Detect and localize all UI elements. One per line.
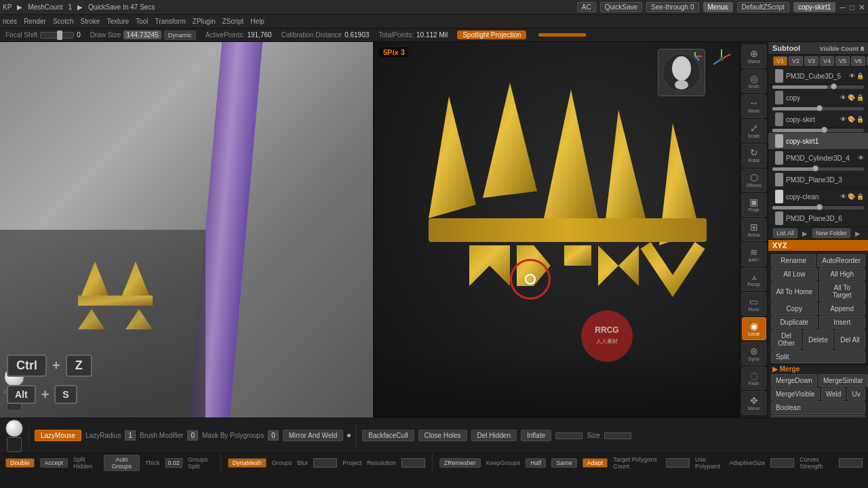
menu-zscript[interactable]: ZScript: [222, 18, 244, 25]
merge-similar-btn[interactable]: MergeSimilar: [818, 374, 868, 387]
inflate-slider[interactable]: [555, 432, 583, 439]
target-polygons-input[interactable]: 5: [666, 458, 690, 468]
mesh-item-pm3d-cyl[interactable]: PM3D_Cylinder3D_4 👁: [768, 150, 868, 167]
quicksave-button[interactable]: QuickSave: [600, 2, 642, 12]
ac-button[interactable]: AC: [577, 2, 596, 12]
same-btn[interactable]: Same: [551, 458, 577, 468]
merge-down-btn[interactable]: MergeDown: [771, 374, 817, 387]
split-btn[interactable]: Split: [771, 350, 865, 363]
close-holes-btn[interactable]: Close Holes: [418, 430, 467, 441]
menu-nces[interactable]: nces: [3, 18, 17, 25]
resolution-input[interactable]: 128: [401, 458, 425, 468]
auto-groups-btn[interactable]: Auto Groups: [104, 455, 140, 471]
rotate-btn[interactable]: ↻ Rotat: [742, 144, 766, 167]
all-low-btn[interactable]: All Low: [771, 268, 818, 281]
new-folder-btn[interactable]: New Folder: [812, 228, 850, 238]
copy-skirt1-button[interactable]: copy-skirt1: [793, 2, 835, 12]
adaptive-size-input[interactable]: 50: [770, 458, 794, 468]
mesh-item-pm3d-plane3[interactable]: PM3D_Plane3D_3: [768, 171, 868, 188]
close-icon[interactable]: ✕: [859, 3, 865, 12]
color-secondary-preview[interactable]: [7, 437, 22, 452]
v6-btn[interactable]: V6: [851, 56, 865, 66]
mini-slider-4[interactable]: [772, 167, 864, 171]
scale-btn[interactable]: ⤢ Scale: [742, 119, 766, 143]
dynamic-btn[interactable]: ⊛ Dyna: [742, 342, 766, 365]
move2-btn[interactable]: ✥ Move: [742, 391, 766, 415]
blur-input[interactable]: 2: [313, 458, 337, 468]
all-to-home-btn[interactable]: All To Home: [771, 281, 818, 302]
uv-btn[interactable]: Uv: [847, 388, 865, 401]
list-all-btn[interactable]: List All: [773, 228, 797, 238]
curves-strength-input[interactable]: 10: [839, 458, 863, 468]
copy-btn[interactable]: Copy: [771, 302, 818, 315]
menu-tool[interactable]: Tool: [136, 18, 148, 25]
size-slider[interactable]: [604, 432, 631, 439]
mini-slider-1[interactable]: [772, 85, 864, 89]
aafr-btn[interactable]: ≋ AAFr: [742, 243, 766, 266]
insert-btn[interactable]: Insert: [819, 316, 866, 329]
delete-btn[interactable]: Delete: [803, 329, 833, 350]
zremesh-btn[interactable]: ⬡ ZRems: [742, 169, 766, 192]
boolean-btn[interactable]: Boolean: [771, 401, 865, 414]
adapt-btn[interactable]: Adapt: [583, 458, 608, 468]
rename-btn[interactable]: Rename: [771, 254, 816, 267]
left-viewport[interactable]: Ctrl + Z Alt + S 5 1st Color: [0, 42, 373, 418]
mesh-item-pm3d-cube[interactable]: PM3D_Cube3D_5 👁 🔒: [768, 68, 868, 85]
local-btn[interactable]: ◉ Local: [742, 317, 766, 341]
v5-btn[interactable]: V5: [835, 56, 850, 66]
floor-btn[interactable]: ▭ Floor: [742, 292, 766, 316]
smooth-btn[interactable]: ◎ Smth: [742, 70, 766, 94]
bevel-pro-btn[interactable]: Bevel Pro: [771, 415, 865, 418]
mini-slider-3[interactable]: [772, 129, 864, 132]
del-all-btn[interactable]: Del All: [835, 329, 865, 350]
menu-scotch[interactable]: Scotch: [53, 18, 74, 25]
v1-btn[interactable]: V1: [773, 56, 787, 66]
menu-zplugin[interactable]: ZPlugin: [193, 18, 216, 25]
menu-transform[interactable]: Transform: [155, 18, 186, 25]
half-btn[interactable]: Half: [526, 458, 546, 468]
maximize-icon[interactable]: □: [850, 3, 854, 12]
all-to-target-btn[interactable]: All To Target: [819, 281, 866, 302]
mesh-item-copy-skirt1[interactable]: copy-skirt1: [768, 133, 868, 150]
all-high-btn[interactable]: All High: [819, 268, 866, 281]
mini-slider-2[interactable]: [772, 107, 864, 110]
backface-cull-btn[interactable]: BackfaceCull: [362, 430, 414, 441]
v4-btn[interactable]: V4: [820, 56, 834, 66]
append-btn[interactable]: Append: [819, 302, 866, 315]
mesh-item-copy[interactable]: copy 👁 🎨 🔒: [768, 89, 868, 106]
weld-btn[interactable]: Weld: [821, 388, 846, 401]
seethrough-button[interactable]: See-through 0: [646, 2, 698, 12]
actual-btn[interactable]: ⊞ Actua: [742, 218, 766, 242]
inflate-btn[interactable]: Inflate: [521, 430, 551, 441]
mirror-and-weld-btn[interactable]: Mirror And Weld: [283, 430, 344, 441]
mini-slider-5[interactable]: [772, 206, 864, 209]
zremesher-btn[interactable]: ZRemesher: [439, 458, 481, 468]
duplicate-btn[interactable]: Duplicate: [771, 316, 818, 329]
mesh-item-copy-clean[interactable]: copy-clean 👁 🎨 🔒: [768, 188, 868, 205]
lazy-mouse-btn[interactable]: LazyMouse: [35, 430, 81, 441]
defaultzscript-button[interactable]: DefaultZScript: [737, 2, 789, 12]
bottom-color-circle[interactable]: [5, 420, 23, 437]
del-other-btn[interactable]: Del Other: [771, 329, 802, 350]
menu-render[interactable]: Render: [24, 18, 46, 25]
minimize-icon[interactable]: ─: [840, 3, 846, 12]
accept-btn[interactable]: Accept: [40, 458, 68, 468]
mesh-item-copy-skirt[interactable]: copy-skirt 👁 🎨 🔒: [768, 111, 868, 128]
merge-visible-btn[interactable]: MergeVisible: [771, 388, 820, 401]
move-btn[interactable]: ↔ Move: [742, 94, 766, 118]
right-viewport[interactable]: 5Pix 3: [373, 42, 739, 418]
v2-btn[interactable]: V2: [789, 56, 803, 66]
menus-button[interactable]: Menus: [703, 2, 733, 12]
persp-btn[interactable]: ⟁ Persp: [742, 268, 766, 291]
menu-stroke[interactable]: Stroke: [81, 18, 100, 25]
standard-brush-btn[interactable]: ⊕ Stand: [742, 45, 766, 68]
menu-texture[interactable]: Texture: [106, 18, 129, 25]
auto-reorder-btn[interactable]: AutoReorder: [817, 254, 865, 267]
double-btn[interactable]: Double: [5, 458, 35, 468]
dynmesh-btn[interactable]: DynaMesh: [228, 458, 267, 468]
del-hidden-btn[interactable]: Del Hidden: [471, 430, 517, 441]
v3-btn[interactable]: V3: [804, 56, 818, 66]
spotlight-projection-button[interactable]: Spotlight Projection: [457, 30, 526, 39]
fade-btn[interactable]: ◌ Fade: [742, 367, 766, 390]
mesh-item-pm3d-plane6[interactable]: PM3D_Plane3D_6: [768, 210, 868, 227]
